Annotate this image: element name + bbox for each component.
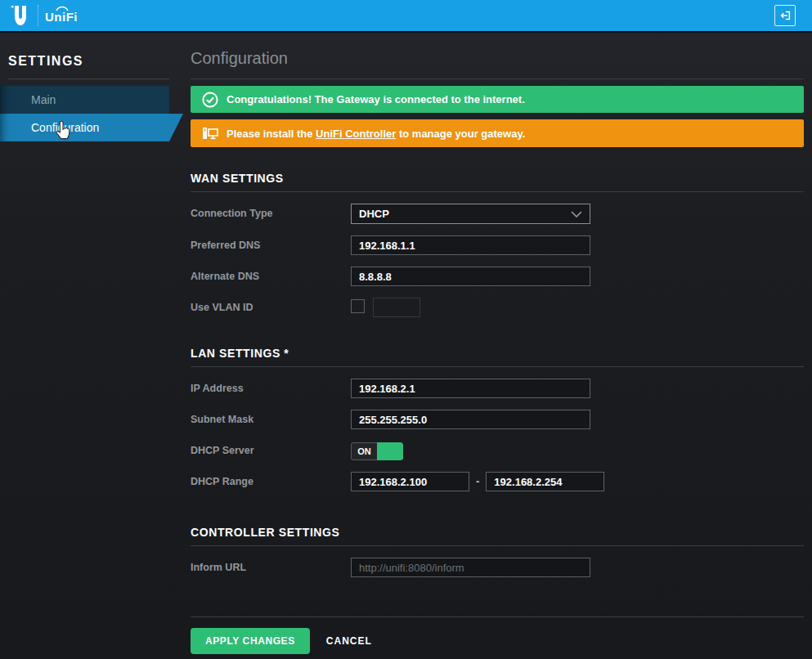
alternate-dns-input[interactable] xyxy=(351,267,590,286)
ip-address-input[interactable] xyxy=(351,379,590,398)
check-circle-icon xyxy=(202,92,218,108)
workstation-icon xyxy=(202,127,218,141)
actions-divider xyxy=(191,616,804,617)
use-vlan-label: Use VLAN ID xyxy=(191,298,351,313)
configuration-page: Configuration Congratulations! The Gatew… xyxy=(191,34,812,659)
settings-sidebar: SETTINGS Main Configuration xyxy=(0,34,191,659)
connection-type-value: DHCP xyxy=(359,208,389,220)
connection-type-select[interactable]: DHCP xyxy=(351,204,590,224)
unifi-signal-arc-icon xyxy=(56,5,69,11)
controller-settings-heading: CONTROLLER SETTINGS xyxy=(191,526,804,539)
unifi-controller-link[interactable]: UniFi Controller xyxy=(316,128,396,140)
subnet-mask-input[interactable] xyxy=(351,410,590,429)
dhcp-range-end-input[interactable] xyxy=(486,472,604,491)
top-bar: UniFi xyxy=(0,0,812,33)
lan-settings-divider xyxy=(191,366,804,367)
ip-address-label: IP Address xyxy=(191,379,351,394)
warning-banner-text: Please install the UniFi Controller to m… xyxy=(227,128,525,140)
dhcp-server-toggle[interactable]: ON xyxy=(351,442,403,460)
ubiquiti-logo-icon[interactable] xyxy=(7,5,34,26)
preferred-dns-input[interactable] xyxy=(351,235,590,255)
dhcp-range-label: DHCP Range xyxy=(191,472,351,487)
dhcp-server-toggle-state: ON xyxy=(351,442,377,460)
inform-url-label: Inform URL xyxy=(191,558,351,573)
use-vlan-checkbox[interactable] xyxy=(351,299,365,313)
success-banner-text: Congratulations! The Gateway is connecte… xyxy=(227,93,525,105)
wan-settings-heading: WAN SETTINGS xyxy=(191,172,804,185)
success-banner: Congratulations! The Gateway is connecte… xyxy=(191,86,804,113)
title-divider xyxy=(191,78,804,79)
sidebar-item-configuration[interactable]: Configuration xyxy=(0,114,183,141)
chevron-down-icon xyxy=(571,211,582,217)
sidebar-title: SETTINGS xyxy=(0,34,191,78)
wan-settings-divider xyxy=(191,191,804,192)
lan-settings-heading: LAN SETTINGS * xyxy=(191,347,804,360)
dhcp-range-row: DHCP Range - xyxy=(191,472,804,491)
alternate-dns-label: Alternate DNS xyxy=(191,267,351,282)
subnet-mask-row: Subnet Mask xyxy=(191,410,804,429)
page-title: Configuration xyxy=(191,49,804,68)
logout-button[interactable] xyxy=(774,5,796,26)
warning-banner: Please install the UniFi Controller to m… xyxy=(191,119,804,147)
inform-url-input[interactable] xyxy=(351,558,590,577)
subnet-mask-label: Subnet Mask xyxy=(191,410,351,425)
connection-type-row: Connection Type DHCP xyxy=(191,204,804,224)
dhcp-range-separator: - xyxy=(476,472,479,487)
sidebar-divider xyxy=(8,78,169,79)
actions-row: APPLY CHANGES CANCEL xyxy=(191,628,804,654)
inform-url-row: Inform URL xyxy=(191,558,804,577)
use-vlan-row: Use VLAN ID xyxy=(191,298,804,317)
vlan-id-input[interactable] xyxy=(373,298,420,317)
dhcp-server-toggle-knob xyxy=(377,442,403,460)
controller-settings-divider xyxy=(191,545,804,546)
dhcp-server-label: DHCP Server xyxy=(191,441,351,456)
unifi-wordmark: UniFi xyxy=(45,7,78,25)
dhcp-range-start-input[interactable] xyxy=(351,472,469,491)
cancel-button[interactable]: CANCEL xyxy=(326,635,372,647)
alternate-dns-row: Alternate DNS xyxy=(191,267,804,286)
dhcp-server-row: DHCP Server ON xyxy=(191,441,804,460)
connection-type-label: Connection Type xyxy=(191,204,351,219)
logout-icon xyxy=(778,9,792,22)
preferred-dns-row: Preferred DNS xyxy=(191,235,804,255)
apply-changes-button[interactable]: APPLY CHANGES xyxy=(191,628,310,654)
brand-separator xyxy=(38,5,38,26)
sidebar-item-main[interactable]: Main xyxy=(0,86,169,114)
brand-text: UniFi xyxy=(45,10,78,24)
preferred-dns-label: Preferred DNS xyxy=(191,235,351,251)
ip-address-row: IP Address xyxy=(191,379,804,398)
